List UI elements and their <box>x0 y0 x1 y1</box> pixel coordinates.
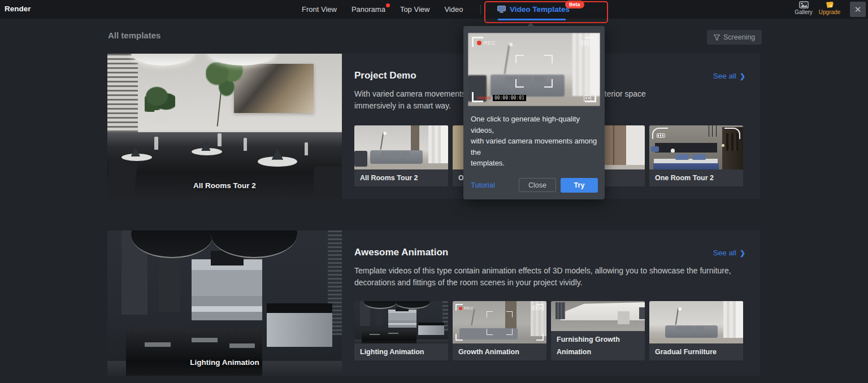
gallery-button[interactable]: Gallery <box>792 1 815 15</box>
card-label: One Room Tour 2 <box>649 169 743 186</box>
template-card-all-rooms-tour-2[interactable]: All Rooms Tour 2 <box>354 125 448 186</box>
section-project-demo: All Rooms Tour 2 Project Demo See all ❯ … <box>107 54 760 199</box>
app-title: Render <box>5 5 31 13</box>
camera-icon <box>584 95 591 101</box>
timecode: 00:00:00:01 <box>493 95 526 101</box>
ceiling-view-thumbnail <box>551 301 645 331</box>
gallery-label: Gallery <box>792 9 815 15</box>
card-label: All Rooms Tour 2 <box>354 169 448 186</box>
viewfinder-overlay: REC <box>453 301 546 343</box>
video-templates-icon <box>497 6 506 13</box>
dark-kitchen-preview-image <box>107 230 342 376</box>
video-mode-label: VIDEO <box>477 95 491 101</box>
rec-indicator: REC <box>477 40 496 46</box>
popup-footer: Tutorial Close Try <box>471 178 598 193</box>
focus-brackets-icon <box>515 55 553 88</box>
nav-item-top-view[interactable]: Top View <box>400 5 430 14</box>
nav-item-front-view[interactable]: Front View <box>302 5 337 14</box>
battery-icon <box>532 306 540 310</box>
active-tab-underline <box>498 19 566 20</box>
screening-button[interactable]: Screening <box>707 30 762 45</box>
template-card-furnishing-growth-animation[interactable]: Furnishing Growth Animation <box>551 301 645 360</box>
featured-template-lighting-animation[interactable]: Lighting Animation <box>107 230 342 376</box>
window-close-button[interactable]: ✕ <box>850 2 866 17</box>
see-all-label: See all <box>713 72 736 80</box>
card-label: Growth Animation <box>453 343 546 360</box>
featured-label: Lighting Animation <box>107 358 342 367</box>
template-card-gradual-furniiture[interactable]: Gradual Furniiture <box>649 301 743 360</box>
viewfinder-corner-icon <box>536 334 544 341</box>
upgrade-button[interactable]: Upgrade <box>816 1 843 15</box>
try-button[interactable]: Try <box>561 178 598 193</box>
featured-template-all-rooms-tour-2[interactable]: All Rooms Tour 2 <box>107 54 342 199</box>
rec-dot-icon <box>459 307 462 310</box>
beta-badge: Beta <box>565 1 584 8</box>
tab-video-templates[interactable]: Video Templates <box>497 0 570 19</box>
close-icon: ✕ <box>854 5 862 14</box>
tutorial-link[interactable]: Tutorial <box>471 181 495 189</box>
section-description: Template videos of this type contain ani… <box>354 265 750 289</box>
living-room-thumbnail <box>354 125 448 169</box>
bedroom-thumbnail <box>649 125 743 169</box>
battery-icon <box>580 40 591 46</box>
main-nav: Front View Panorama Top View Video <box>302 0 463 19</box>
nav-divider <box>480 5 481 15</box>
living-room-thumbnail <box>649 301 743 343</box>
rec-dot-icon <box>477 41 481 45</box>
template-card-growth-animation[interactable]: REC Growth Animation <box>453 301 546 360</box>
dark-kitchen-thumbnail <box>354 301 448 343</box>
chevron-right-icon: ❯ <box>740 249 745 257</box>
popup-preview-image: REC VIDEO 00:00:00:01 <box>468 33 600 106</box>
filter-icon <box>714 34 720 41</box>
tab-video-templates-label: Video Templates <box>510 5 570 14</box>
see-all-link-awesome-animation[interactable]: See all ❯ <box>713 249 745 257</box>
focus-brackets-icon <box>487 311 513 335</box>
template-card-one-room-tour-2[interactable]: One Room Tour 2 <box>649 125 743 186</box>
video-templates-popup: REC VIDEO 00:00:00:01 One click to gener… <box>463 26 605 199</box>
card-label: Furnishing Growth Animation <box>551 331 645 360</box>
nav-item-video[interactable]: Video <box>444 5 463 14</box>
card-label: Lighting Animation <box>354 343 448 360</box>
chevron-right-icon: ❯ <box>740 72 745 80</box>
dining-room-preview-image <box>107 54 342 199</box>
gallery-icon <box>799 1 809 8</box>
top-bar: Render Front View Panorama Top View Vide… <box>0 0 868 19</box>
popup-close-button[interactable]: Close <box>519 178 556 192</box>
popup-pointer <box>527 23 535 27</box>
upgrade-icon <box>825 1 834 8</box>
template-card-row: Lighting Animation REC <box>354 301 743 360</box>
rec-indicator: REC <box>459 306 474 311</box>
timecode-chip: VIDEO 00:00:00:01 <box>477 95 526 101</box>
notification-dot <box>386 3 390 7</box>
see-all-link-project-demo[interactable]: See all ❯ <box>713 72 745 80</box>
viewfinder-corner-icon <box>455 334 463 341</box>
popup-description: One click to generate high-quality video… <box>471 114 597 169</box>
featured-label: All Rooms Tour 2 <box>107 181 342 190</box>
see-all-label: See all <box>713 249 736 257</box>
viewfinder-corner-icon <box>724 128 740 139</box>
section-awesome-animation: Lighting Animation Awesome Animation See… <box>107 230 760 376</box>
nav-item-panorama[interactable]: Panorama <box>351 5 385 14</box>
screening-label: Screening <box>723 33 755 41</box>
card-label: Gradual Furniiture <box>649 343 743 360</box>
section-title: Project Demo <box>354 70 416 81</box>
section-title: Awesome Animation <box>354 247 448 258</box>
page-title: All templates <box>108 31 160 40</box>
upgrade-label: Upgrade <box>816 9 843 15</box>
template-card-lighting-animation[interactable]: Lighting Animation <box>354 301 448 360</box>
battery-icon <box>657 133 665 138</box>
